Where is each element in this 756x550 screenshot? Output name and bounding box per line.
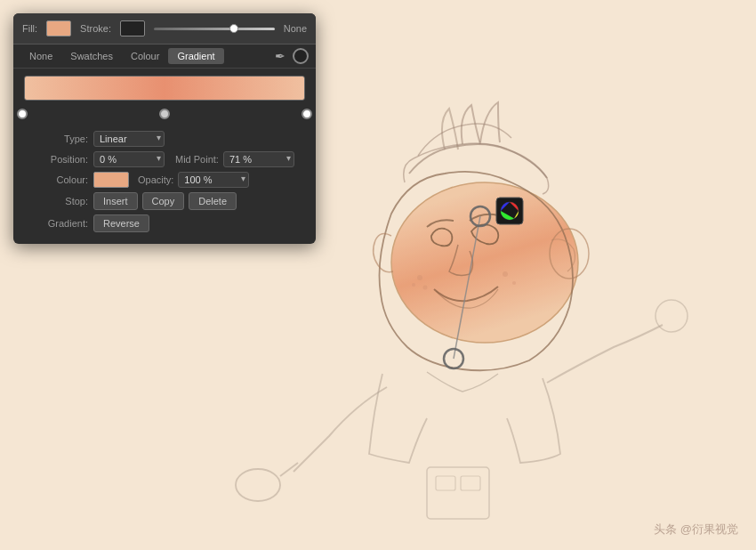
position-label: Position: — [24, 154, 88, 165]
midpoint-label: Mid Point: — [175, 154, 219, 165]
stroke-swatch[interactable] — [120, 20, 145, 36]
svg-point-6 — [503, 271, 508, 277]
colour-opacity-row: Colour: Opacity: 100 % — [24, 172, 305, 188]
color-circle-icon[interactable] — [293, 48, 309, 64]
reverse-row: Gradient: Reverse — [24, 214, 305, 232]
stroke-slider[interactable] — [154, 28, 275, 30]
gradient-preview-section — [13, 69, 316, 127]
gradient-handle-mid[interactable] — [159, 109, 170, 119]
colour-label: Colour: — [24, 174, 88, 185]
gradient-panel: Fill: Stroke: None None Swatches Colour … — [13, 13, 316, 244]
insert-button[interactable]: Insert — [93, 192, 138, 210]
tab-row: None Swatches Colour Gradient ✒ — [13, 44, 316, 69]
copy-button[interactable]: Copy — [142, 192, 185, 210]
type-label: Type: — [24, 133, 88, 144]
stroke-none-label: None — [284, 23, 307, 34]
position-select[interactable]: 0 % — [93, 151, 165, 167]
tab-none[interactable]: None — [20, 48, 61, 64]
stroke-label: Stroke: — [80, 23, 111, 34]
svg-point-5 — [423, 286, 428, 290]
type-select[interactable]: Linear Radial — [93, 131, 165, 147]
stop-label: Stop: — [24, 196, 88, 206]
opacity-select[interactable]: 100 % — [178, 172, 249, 188]
svg-point-19 — [506, 207, 513, 214]
gradient-bar-container — [24, 76, 305, 101]
fill-label: Fill: — [22, 23, 37, 34]
stroke-slider-thumb — [229, 24, 238, 33]
gradient-bar[interactable] — [24, 76, 305, 101]
tab-colour[interactable]: Colour — [122, 48, 168, 64]
reverse-button[interactable]: Reverse — [93, 214, 149, 232]
gradient-handle-right[interactable] — [302, 109, 312, 119]
gradient-handle-track — [22, 108, 307, 120]
type-row: Type: Linear Radial — [24, 131, 305, 147]
midpoint-select[interactable]: 71 % — [223, 151, 294, 167]
colour-swatch[interactable] — [93, 172, 129, 188]
tab-gradient[interactable]: Gradient — [168, 48, 223, 64]
position-midpoint-row: Position: 0 % Mid Point: 71 % — [24, 151, 305, 167]
eyedropper-icon[interactable]: ✒ — [275, 49, 286, 63]
form-section: Type: Linear Radial Position: 0 % Mid Po… — [13, 127, 316, 244]
tab-swatches[interactable]: Swatches — [61, 48, 122, 64]
gradient-label: Gradient: — [24, 218, 88, 229]
svg-point-3 — [417, 275, 422, 280]
svg-point-4 — [412, 283, 415, 287]
fill-swatch[interactable] — [46, 20, 71, 36]
svg-point-7 — [512, 281, 516, 285]
watermark: 头条 @衍果视觉 — [654, 522, 738, 538]
delete-button[interactable]: Delete — [189, 192, 237, 210]
fill-stroke-bar: Fill: Stroke: None — [13, 13, 316, 44]
stop-row: Stop: Insert Copy Delete — [24, 192, 305, 210]
opacity-label: Opacity: — [138, 174, 173, 185]
gradient-handle-left[interactable] — [17, 109, 28, 119]
